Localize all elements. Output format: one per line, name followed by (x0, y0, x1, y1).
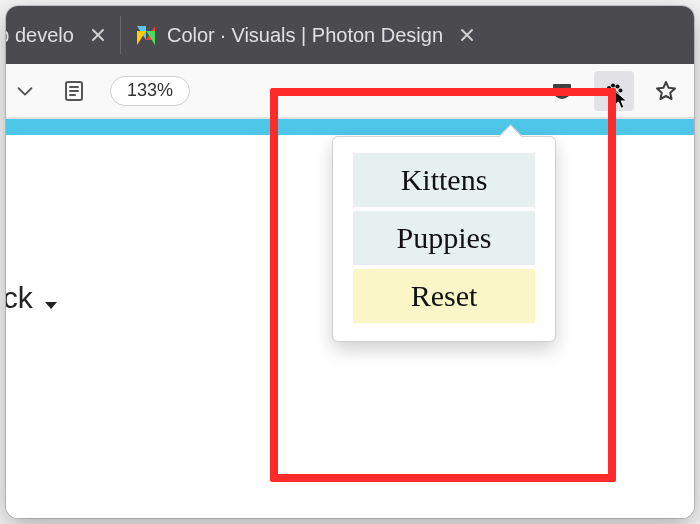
reader-view-icon[interactable] (60, 73, 88, 109)
chevron-down-icon[interactable] (12, 73, 38, 109)
bookmark-star-icon[interactable] (646, 71, 686, 111)
svg-point-5 (508, 88, 512, 92)
zoom-level-label: 133% (127, 80, 173, 101)
photon-favicon (135, 24, 157, 46)
svg-point-7 (609, 90, 619, 98)
zoom-level-pill[interactable]: 133% (110, 76, 190, 106)
svg-point-11 (619, 88, 623, 92)
tab-title: e Web develo (6, 24, 74, 47)
page-partial-heading: ack (6, 281, 61, 315)
caret-down-icon[interactable] (41, 288, 61, 308)
page-accent-bar (6, 119, 694, 135)
svg-point-9 (611, 83, 615, 87)
more-icon[interactable] (490, 71, 530, 111)
extension-popup-body: Kittens Puppies Reset (333, 137, 555, 341)
svg-point-8 (607, 85, 611, 89)
extension-popup: Kittens Puppies Reset (332, 136, 556, 342)
close-icon[interactable] (457, 25, 477, 45)
paw-extension-icon[interactable] (594, 71, 634, 111)
browser-tab[interactable]: Color · Visuals | Photon Design (121, 6, 489, 64)
tab-strip: e Web develo Color · Visuals | Photon De… (6, 6, 694, 64)
pocket-icon[interactable] (542, 71, 582, 111)
svg-point-6 (515, 88, 519, 92)
svg-point-4 (501, 88, 505, 92)
close-icon[interactable] (88, 25, 108, 45)
svg-point-10 (615, 84, 619, 88)
browser-tab[interactable]: e Web develo (6, 6, 120, 64)
popup-choice-kittens[interactable]: Kittens (353, 153, 535, 207)
toolbar: 133% (6, 64, 694, 118)
toolbar-left: 133% (6, 73, 190, 109)
tab-title: Color · Visuals | Photon Design (167, 24, 443, 47)
browser-window: e Web develo Color · Visuals | Photon De… (6, 6, 694, 518)
toolbar-right (490, 71, 688, 111)
popup-reset-button[interactable]: Reset (353, 269, 535, 323)
page-partial-heading-text: ack (6, 281, 33, 315)
popup-choice-puppies[interactable]: Puppies (353, 211, 535, 265)
